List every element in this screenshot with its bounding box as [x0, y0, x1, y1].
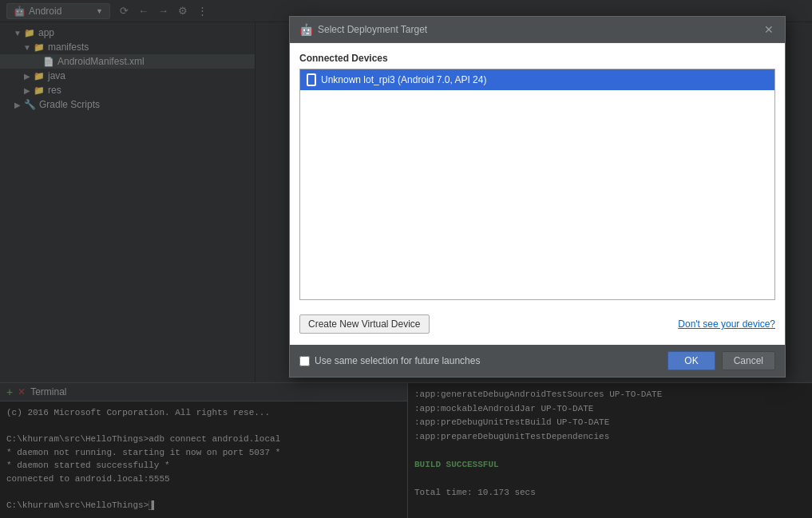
device-row-rpi3[interactable]: Unknown lot_rpi3 (Android 7.0, API 24)	[300, 69, 774, 90]
dialog-title-area: 🤖 Select Deployment Target	[299, 23, 427, 36]
dont-see-device-link[interactable]: Don't see your device?	[678, 318, 775, 330]
future-launches-checkbox[interactable]	[299, 356, 310, 366]
ok-button[interactable]: OK	[667, 351, 715, 370]
checkbox-row: Use same selection for future launches	[299, 355, 480, 366]
dialog-title: Select Deployment Target	[318, 24, 427, 35]
connected-devices-label: Connected Devices	[299, 53, 775, 64]
android-logo-icon: 🤖	[299, 23, 313, 36]
device-phone-icon	[307, 73, 316, 86]
dialog-footer-buttons: Create New Virtual Device Don't see your…	[299, 310, 775, 335]
dialog-bottom-bar: Use same selection for future launches O…	[290, 345, 785, 377]
dialog-titlebar: 🤖 Select Deployment Target ✕	[290, 17, 785, 43]
create-virtual-device-button[interactable]: Create New Virtual Device	[299, 314, 430, 334]
device-label: Unknown lot_rpi3 (Android 7.0, API 24)	[321, 74, 486, 85]
dialog-action-buttons: OK Cancel	[667, 351, 775, 370]
cancel-button[interactable]: Cancel	[722, 351, 775, 370]
checkbox-label: Use same selection for future launches	[315, 355, 480, 366]
dialog-close-button[interactable]: ✕	[762, 23, 775, 36]
dialog-body: Connected Devices Unknown lot_rpi3 (Andr…	[290, 43, 785, 345]
devices-list: Unknown lot_rpi3 (Android 7.0, API 24)	[299, 69, 775, 300]
select-deployment-dialog: 🤖 Select Deployment Target ✕ Connected D…	[289, 16, 786, 378]
ide-background: 🤖 Android ▼ ⟳ ← → ⚙ ⋮ ▼ 📁 app ▼ 📁 manife…	[0, 0, 812, 518]
